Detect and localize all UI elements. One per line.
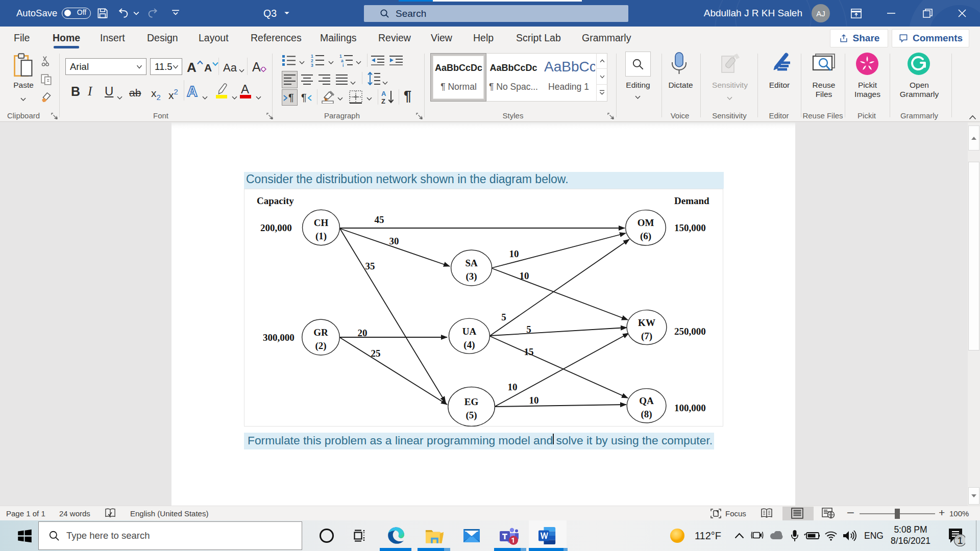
- svg-text:(3): (3): [466, 271, 477, 282]
- svg-text:20: 20: [358, 328, 368, 338]
- svg-text:A: A: [381, 90, 386, 97]
- svg-text:(5): (5): [466, 410, 477, 421]
- svg-text:(1): (1): [315, 231, 327, 242]
- svg-text:(4): (4): [463, 339, 475, 350]
- svg-text:Z: Z: [381, 97, 385, 104]
- svg-text:CH: CH: [314, 217, 329, 228]
- svg-text:Demand: Demand: [674, 195, 709, 206]
- svg-text:300,000: 300,000: [263, 332, 295, 343]
- svg-text:3: 3: [311, 63, 313, 67]
- svg-text:(8): (8): [641, 409, 652, 420]
- svg-text:(7): (7): [641, 331, 652, 342]
- svg-text:10: 10: [520, 270, 529, 281]
- svg-text:5: 5: [526, 324, 531, 335]
- svg-text:UA: UA: [462, 326, 477, 337]
- svg-text:(6): (6): [640, 231, 651, 242]
- svg-text:200,000: 200,000: [260, 222, 292, 233]
- svg-text:10: 10: [529, 395, 539, 406]
- svg-text:SA: SA: [465, 258, 478, 268]
- svg-text:Capacity: Capacity: [257, 195, 294, 206]
- svg-text:EG: EG: [464, 396, 479, 407]
- svg-text:OM: OM: [638, 217, 654, 228]
- svg-text:35: 35: [365, 261, 375, 271]
- svg-text:i: i: [342, 63, 344, 67]
- svg-text:250,000: 250,000: [674, 326, 706, 337]
- svg-text:150,000: 150,000: [674, 222, 706, 233]
- svg-text:1: 1: [958, 535, 963, 546]
- svg-text:100,000: 100,000: [674, 403, 706, 413]
- svg-text:(2): (2): [315, 340, 326, 352]
- svg-text:GR: GR: [313, 327, 328, 338]
- svg-text:25: 25: [371, 348, 381, 359]
- svg-text:5: 5: [501, 312, 506, 322]
- svg-text:30: 30: [389, 236, 399, 246]
- svg-text:10: 10: [509, 248, 519, 259]
- svg-text:KW: KW: [638, 317, 655, 328]
- svg-text:QA: QA: [639, 395, 654, 406]
- svg-text:45: 45: [375, 214, 384, 225]
- svg-text:10: 10: [508, 382, 518, 392]
- svg-text:15: 15: [524, 346, 534, 357]
